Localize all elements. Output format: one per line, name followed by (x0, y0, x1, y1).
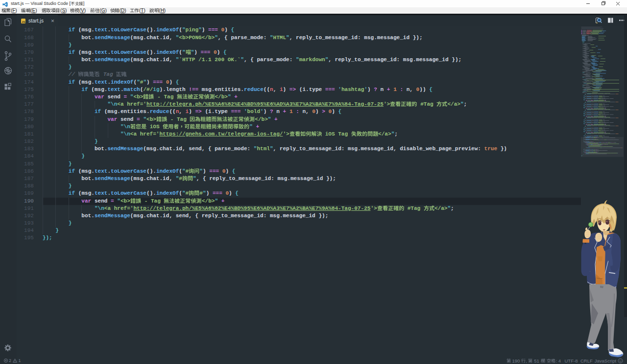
svg-text:2: 2 (9, 358, 11, 363)
svg-text:1: 1 (19, 358, 21, 363)
